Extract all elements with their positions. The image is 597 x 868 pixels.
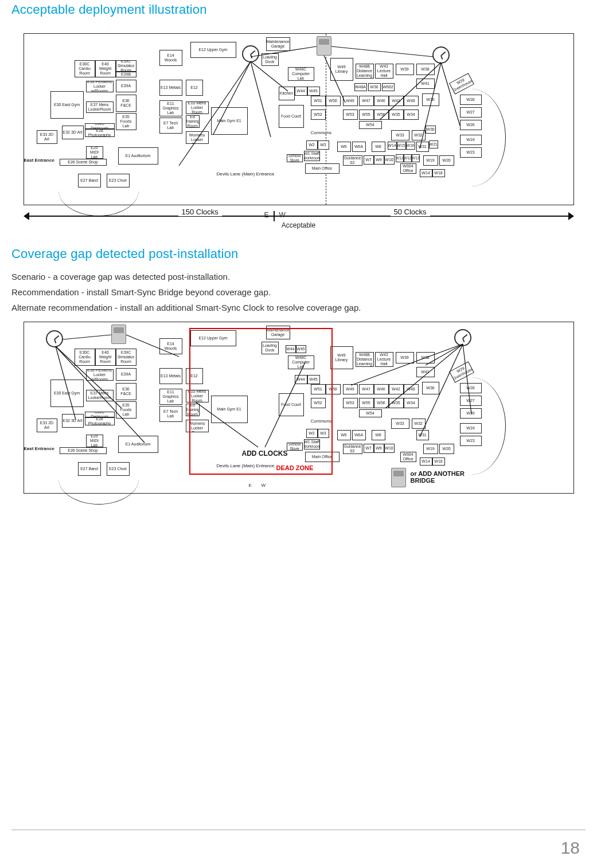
room-w35: W35 <box>389 110 404 120</box>
room-e11: E11 Graphics Lab <box>159 100 182 116</box>
room-w36: W36 <box>422 93 439 106</box>
label-W: W <box>279 211 286 219</box>
room-w15_b: W15 <box>397 142 406 150</box>
clock-icon <box>454 329 471 346</box>
curve-right <box>437 89 506 186</box>
arrow-right-icon <box>568 212 574 220</box>
room-e14: E14 Woods <box>159 50 182 66</box>
room-w53: W53 <box>343 110 358 120</box>
room-w49b: W49 <box>343 96 358 106</box>
room-e30: E30 East Gym <box>50 91 84 119</box>
room-w56: W56 <box>374 110 389 120</box>
room-w21: W21 <box>429 140 438 148</box>
room2-e39c: E39C Simulator Room <box>116 349 136 366</box>
room2-e35: E35 Foods Lab <box>116 401 136 419</box>
room-e12u: E12 Upper Gym <box>190 42 236 58</box>
room-e10: E10 Mens Locker Room <box>186 101 209 114</box>
room-gwc: GWC Darkroom <box>85 123 115 129</box>
room-w52: W52 <box>311 110 326 120</box>
text-recommendation: Recommendation - install Smart-Sync Brid… <box>11 287 586 297</box>
room2-w48b: W48B Distance Learning <box>356 352 374 367</box>
room2-e38: E38 PE/Mens Locker w/Rooms <box>86 369 114 381</box>
svg-line-2 <box>251 61 271 137</box>
room-w17: W14 <box>420 169 432 177</box>
room2-e40: E40 Weight Room <box>95 349 116 366</box>
room-commons: Commons <box>311 130 331 135</box>
room-e13: E13 Metals <box>159 80 182 96</box>
room2-w17: W14 <box>420 458 432 466</box>
room-school: School Store <box>287 154 303 162</box>
axis-arrow-1: 150 Clocks E W 50 Clocks Acceptable <box>24 211 574 227</box>
room-w13: W13 <box>412 154 420 162</box>
room-w1: W1 Staff Workroom <box>304 151 320 161</box>
room2-e32: E32 3D Art <box>62 414 84 428</box>
room-e39a: E39A <box>116 80 136 92</box>
room2-w40: W40 <box>404 384 419 394</box>
room-w8: W8 <box>372 142 385 152</box>
caption-acceptable: Acceptable <box>24 221 574 229</box>
room2-e13: E13 Metals <box>159 368 182 384</box>
room-w3: W3 <box>318 140 329 150</box>
room-w11: W11 <box>396 154 404 162</box>
room2-e1: E1 Auditorium <box>118 436 158 453</box>
room2-w49b: W49 <box>343 384 358 394</box>
text-alternate: Alternate recommendation - install an ad… <box>11 303 586 312</box>
room2-w6: W6 <box>337 430 351 440</box>
room2-w31: W31 <box>416 430 429 440</box>
room-e33: E33 2D Art <box>37 130 57 144</box>
label-add-clocks: ADD CLOCKS <box>242 449 288 458</box>
room2-w56: W56 <box>374 398 389 408</box>
room-office: W604 Office <box>400 163 416 174</box>
room-w33: W33 <box>391 130 409 140</box>
room2-w7: W7 <box>364 444 374 453</box>
bridge-icon-alt <box>391 468 406 487</box>
room-w30: W30 <box>426 126 436 134</box>
room-w43: W43 Lecture Hall <box>375 64 393 79</box>
room-w44: W44 <box>295 87 307 96</box>
room-w32: W32 <box>412 130 426 140</box>
floorplan-1: E30C Cardio Room E40 Weight Room E39C Si… <box>24 33 574 205</box>
svg-line-13 <box>63 335 111 339</box>
room-food: Food Court <box>279 105 304 128</box>
room2-e25: E25 MIDI Lab <box>86 435 103 447</box>
label-dead-zone: DEAD ZONE <box>276 464 314 471</box>
room-w42: W42 <box>389 96 404 106</box>
room2-w54: W54 <box>359 409 382 417</box>
room2-guidance: Guidance 02 <box>343 444 362 454</box>
room2-w36: W36 <box>422 382 439 394</box>
curve2-right <box>437 377 506 475</box>
room2-e37: E37 Mens LockerRoom <box>86 390 114 401</box>
room-w6a: W6A <box>352 142 366 152</box>
room2-w53: W53 <box>343 398 358 408</box>
room-w47: W47 <box>359 96 374 106</box>
room-w49: W49 Library <box>330 58 353 81</box>
room2-w46: W46 <box>374 384 389 394</box>
room-w31: W31 <box>416 142 429 152</box>
room2-w19: W19 <box>423 444 438 454</box>
curve2-left <box>58 453 139 505</box>
room-e12: E12 <box>186 80 203 96</box>
room2-e39a: E39A <box>116 368 136 381</box>
room2-e30c: E30C Cardio Room <box>75 349 95 366</box>
room-e25: E25 MIDI Lab <box>86 146 103 159</box>
room-w38: W38 <box>416 64 435 75</box>
room2-e14: E14 Woods <box>159 338 182 354</box>
room2-w9: W9 <box>374 444 384 453</box>
room-w48b: W48B Distance Learning <box>356 64 374 79</box>
room-w50: W50 <box>326 96 341 106</box>
room-e1: E1 Auditorium <box>118 147 158 165</box>
room-w7: W7 <box>364 155 374 165</box>
room-w40: W40 <box>404 96 419 106</box>
room2-office: W604 Office <box>400 452 416 462</box>
label2-east-entrance: East Entrance <box>24 446 54 451</box>
room2-e7: E7 Tech Lab <box>159 406 182 422</box>
room-e39c: E39C Simulator Room <box>116 60 136 72</box>
label-devils-lane: Devils Lane (Main) Entrance <box>217 171 275 177</box>
label-E: E <box>264 211 269 219</box>
room-w16_b: W16 <box>406 142 415 150</box>
room-w18: W18 <box>432 169 445 177</box>
room-w41: W41 <box>416 79 435 89</box>
bridge-icon <box>317 36 331 56</box>
label-east-entrance: East Entrance <box>24 158 54 163</box>
room2-w32: W32 <box>412 419 426 429</box>
